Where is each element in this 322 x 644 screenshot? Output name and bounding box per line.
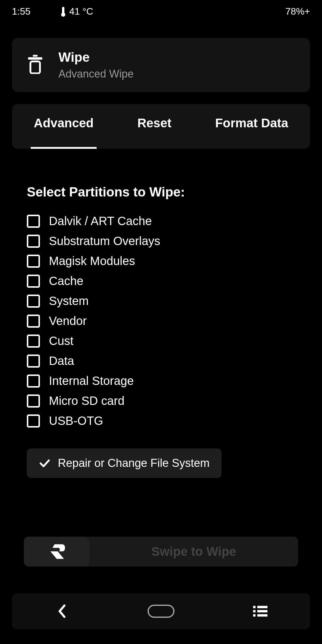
partition-label: Micro SD card — [49, 394, 124, 408]
back-button[interactable] — [44, 599, 80, 623]
partition-label: Cust — [49, 334, 73, 348]
check-icon — [39, 457, 51, 469]
logo-icon — [46, 541, 67, 562]
partition-internal-storage[interactable]: Internal Storage — [27, 374, 295, 388]
tab-advanced[interactable]: Advanced — [25, 113, 103, 149]
tab-format-data[interactable]: Format Data — [206, 113, 297, 149]
checkbox-icon — [27, 235, 40, 248]
tab-advanced-label: Advanced — [34, 116, 94, 130]
partition-system[interactable]: System — [27, 294, 295, 308]
status-temp: 41 °C — [60, 6, 93, 17]
checkbox-icon — [27, 354, 40, 368]
partition-cust[interactable]: Cust — [27, 334, 295, 348]
checkbox-icon — [27, 295, 40, 308]
thermometer-icon — [60, 6, 66, 17]
checkbox-icon — [27, 255, 40, 268]
partition-label: Internal Storage — [49, 374, 134, 388]
checkbox-icon — [27, 414, 40, 428]
swipe-label: Swipe to Wipe — [89, 544, 298, 559]
trash-icon — [27, 55, 44, 75]
partition-magisk[interactable]: Magisk Modules — [27, 254, 295, 268]
checkbox-icon — [27, 275, 40, 288]
repair-filesystem-button[interactable]: Repair or Change File System — [27, 448, 222, 478]
home-button[interactable] — [143, 599, 179, 623]
checkbox-icon — [27, 315, 40, 328]
tab-format-data-label: Format Data — [215, 116, 288, 130]
svg-rect-10 — [257, 614, 267, 617]
svg-rect-3 — [33, 55, 38, 57]
partition-label: System — [49, 294, 89, 308]
swipe-handle[interactable] — [24, 537, 89, 566]
status-temp-value: 41 °C — [69, 6, 93, 17]
content-area: Select Partitions to Wipe: Dalvik / ART … — [0, 149, 322, 478]
svg-rect-5 — [253, 606, 256, 608]
svg-rect-2 — [28, 57, 42, 60]
partition-usb-otg[interactable]: USB-OTG — [27, 414, 295, 428]
partition-label: Data — [49, 354, 74, 368]
partition-label: USB-OTG — [49, 414, 103, 428]
partition-label: Substratum Overlays — [49, 234, 160, 248]
svg-rect-9 — [253, 614, 256, 617]
status-battery: 78%+ — [285, 6, 310, 17]
bottom-nav — [12, 593, 310, 629]
svg-point-1 — [61, 13, 65, 17]
svg-rect-7 — [253, 610, 256, 612]
chevron-left-icon — [57, 604, 67, 619]
page-title: Wipe — [58, 50, 134, 65]
svg-rect-0 — [62, 7, 64, 13]
pill-icon — [148, 605, 174, 618]
svg-rect-4 — [30, 61, 40, 73]
partition-data[interactable]: Data — [27, 354, 295, 368]
partition-substratum[interactable]: Substratum Overlays — [27, 234, 295, 248]
partition-label: Magisk Modules — [49, 254, 135, 268]
status-bar: 1:55 41 °C 78%+ — [0, 0, 322, 26]
partition-label: Vendor — [49, 314, 87, 328]
tab-reset-label: Reset — [137, 116, 171, 130]
partition-vendor[interactable]: Vendor — [27, 314, 295, 328]
page-subtitle: Advanced Wipe — [58, 68, 134, 80]
repair-filesystem-label: Repair or Change File System — [58, 457, 210, 470]
swipe-to-wipe-slider[interactable]: Swipe to Wipe — [24, 537, 298, 566]
checkbox-icon — [27, 335, 40, 348]
list-icon — [253, 605, 267, 617]
partition-list: Dalvik / ART Cache Substratum Overlays M… — [27, 214, 295, 428]
partition-microsd[interactable]: Micro SD card — [27, 394, 295, 408]
menu-button[interactable] — [242, 599, 278, 623]
section-title: Select Partitions to Wipe: — [27, 185, 295, 199]
svg-rect-8 — [257, 610, 267, 612]
checkbox-icon — [27, 215, 40, 228]
partition-label: Cache — [49, 274, 83, 288]
page-header: Wipe Advanced Wipe — [12, 38, 310, 92]
svg-rect-6 — [257, 606, 267, 608]
partition-cache[interactable]: Cache — [27, 274, 295, 288]
tab-reset[interactable]: Reset — [129, 113, 180, 149]
checkbox-icon — [27, 394, 40, 408]
partition-label: Dalvik / ART Cache — [49, 214, 152, 228]
tab-bar: Advanced Reset Format Data — [12, 104, 310, 149]
status-time: 1:55 — [12, 6, 30, 17]
checkbox-icon — [27, 374, 40, 388]
partition-dalvik[interactable]: Dalvik / ART Cache — [27, 214, 295, 228]
